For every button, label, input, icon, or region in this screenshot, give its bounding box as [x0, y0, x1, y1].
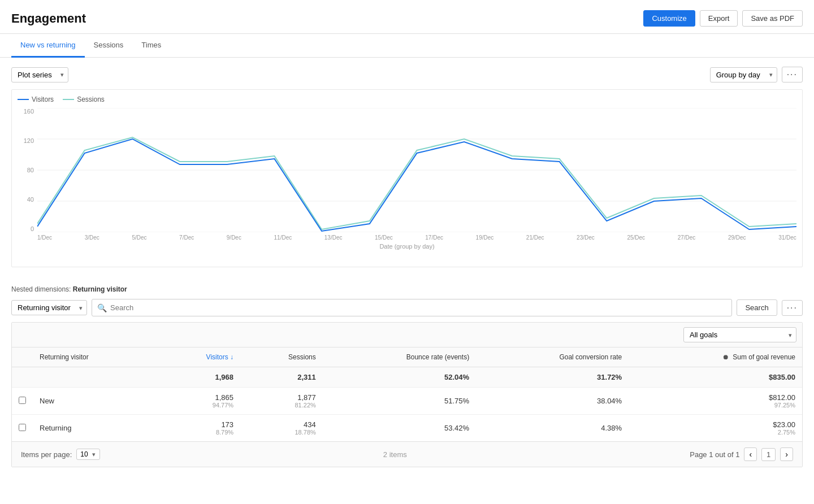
y-axis: 160 120 80 40 0: [18, 108, 37, 232]
row-returning-goal-revenue: $23.00 2.75%: [629, 415, 802, 442]
sessions-line: [37, 137, 796, 229]
th-sessions[interactable]: Sessions: [240, 347, 323, 367]
x-label-25dec: 25/Dec: [627, 234, 645, 241]
next-page-button[interactable]: ›: [780, 447, 793, 461]
y-label-120: 120: [18, 137, 37, 144]
row-returning-visitors: 173 8.79%: [158, 415, 240, 442]
th-returning-visitor: Returning visitor: [33, 347, 158, 367]
visitors-line: [37, 139, 796, 231]
per-page-select-wrapper: 10: [76, 449, 100, 460]
legend-sessions-label: Sessions: [77, 95, 105, 103]
per-page-select[interactable]: 10: [76, 449, 100, 460]
totals-goal-revenue: $835.00: [629, 367, 802, 388]
group-by-select[interactable]: Group by day: [710, 67, 777, 82]
items-per-page: Items per page: 10: [21, 449, 100, 460]
chart-more-button[interactable]: ···: [782, 67, 803, 82]
dimension-select-wrapper: Returning visitor: [11, 300, 87, 315]
sessions-legend-line: [63, 99, 74, 100]
page-title: Engagement: [11, 11, 86, 26]
header-actions: Customize Export Save as PDF: [643, 10, 803, 27]
plot-series-select[interactable]: Plot series: [11, 67, 68, 82]
row-returning-checkbox[interactable]: [12, 415, 33, 442]
row-new-visitors: 1,865 94.77%: [158, 388, 240, 415]
chart-svg: [37, 108, 796, 232]
x-label-13dec: 13/Dec: [324, 234, 343, 241]
totals-bounce-rate: 52.04%: [323, 367, 476, 388]
th-checkbox: [12, 347, 33, 367]
search-wrapper: 🔍: [92, 299, 732, 316]
totals-visitors: 1,968: [158, 367, 240, 388]
table-more-button[interactable]: ···: [782, 300, 803, 316]
x-label-1dec: 1/Dec: [37, 234, 52, 241]
th-bounce-rate[interactable]: Bounce rate (events): [323, 347, 476, 367]
x-label-15dec: 15/Dec: [375, 234, 393, 241]
data-table-wrapper: All goals Returning visitor Visitors ↓: [11, 322, 803, 467]
chart-inner: 160 120 80 40 0: [18, 108, 796, 232]
totals-goal-conversion: 31.72%: [476, 367, 629, 388]
totals-checkbox-cell: [12, 367, 33, 388]
chart-section: Plot series Group by day ··· Visitors: [0, 58, 814, 276]
save-pdf-button[interactable]: Save as PDF: [742, 10, 803, 27]
row-new-checkbox[interactable]: [12, 388, 33, 415]
row-returning-goal-conversion: 4.38%: [476, 415, 629, 442]
tab-new-vs-returning[interactable]: New vs returning: [11, 34, 85, 58]
table-header-row: Returning visitor Visitors ↓ Sessions Bo…: [12, 347, 802, 367]
prev-page-button[interactable]: ‹: [744, 447, 757, 461]
row-returning-bounce-rate: 53.42%: [323, 415, 476, 442]
page-navigation: Page 1 out of 1 ‹ 1 ›: [690, 447, 793, 461]
goals-select[interactable]: All goals: [683, 327, 796, 342]
chart-legend: Visitors Sessions: [18, 95, 796, 103]
x-label-17dec: 17/Dec: [425, 234, 443, 241]
row-new-sessions: 1,877 81.22%: [240, 388, 323, 415]
x-label-5dec: 5/Dec: [132, 234, 146, 241]
row-new-goal-revenue: $812.00 97.25%: [629, 388, 802, 415]
export-button[interactable]: Export: [700, 10, 738, 27]
search-input[interactable]: [92, 299, 732, 316]
x-label-9dec: 9/Dec: [227, 234, 241, 241]
nested-dimension: Returning visitor: [73, 285, 127, 293]
chart-toolbar: Plot series Group by day ···: [11, 67, 803, 82]
plot-series-wrapper: Plot series: [11, 67, 68, 82]
th-goal-revenue[interactable]: ⏺ Sum of goal revenue: [629, 347, 802, 367]
th-goal-conversion[interactable]: Goal conversion rate: [476, 347, 629, 367]
nested-label: Nested dimensions: Returning visitor: [11, 285, 803, 293]
y-label-40: 40: [18, 196, 37, 203]
y-label-0: 0: [18, 225, 37, 232]
chart-container: Visitors Sessions 160 120 80 40 0: [11, 89, 803, 267]
nested-section: Nested dimensions: Returning visitor Ret…: [0, 276, 814, 467]
chart-toolbar-right: Group by day ···: [710, 67, 803, 82]
legend-visitors-label: Visitors: [32, 95, 54, 103]
tab-bar: New vs returning Sessions Times: [0, 34, 814, 58]
x-label-31dec: 31/Dec: [778, 234, 796, 241]
totals-row: 1,968 2,311 52.04% 31.72% $835.00: [12, 367, 802, 388]
table-row: Returning 173 8.79% 434 18.78% 53.42% 4.…: [12, 415, 802, 442]
legend-sessions: Sessions: [63, 95, 105, 103]
totals-sessions: 2,311: [240, 367, 323, 388]
x-label-7dec: 7/Dec: [179, 234, 194, 241]
row-new-label: New: [33, 388, 158, 415]
customize-button[interactable]: Customize: [643, 10, 695, 27]
visitors-legend-line: [18, 99, 29, 100]
group-by-wrapper: Group by day: [710, 67, 777, 82]
x-label-27dec: 27/Dec: [678, 234, 696, 241]
x-axis: 1/Dec 3/Dec 5/Dec 7/Dec 9/Dec 11/Dec 13/…: [18, 234, 796, 241]
th-visitors[interactable]: Visitors ↓: [158, 347, 240, 367]
tab-times[interactable]: Times: [132, 34, 170, 58]
pagination: Items per page: 10 2 items Page 1 out of…: [12, 441, 802, 467]
current-page: 1: [761, 448, 776, 461]
filter-bar: Returning visitor 🔍 Search ···: [11, 299, 803, 316]
row-new-goal-conversion: 38.04%: [476, 388, 629, 415]
x-label-11dec: 11/Dec: [274, 234, 292, 241]
search-icon: 🔍: [97, 303, 107, 312]
row-new-bounce-rate: 51.75%: [323, 388, 476, 415]
data-table: Returning visitor Visitors ↓ Sessions Bo…: [12, 347, 802, 441]
dimension-select[interactable]: Returning visitor: [11, 300, 87, 315]
tab-sessions[interactable]: Sessions: [85, 34, 133, 58]
sort-icon: ↓: [230, 353, 233, 361]
totals-label-cell: [33, 367, 158, 388]
search-button[interactable]: Search: [737, 299, 777, 316]
x-label-29dec: 29/Dec: [728, 234, 746, 241]
chart-plot: [37, 108, 796, 232]
y-label-160: 160: [18, 108, 37, 115]
row-returning-label: Returning: [33, 415, 158, 442]
